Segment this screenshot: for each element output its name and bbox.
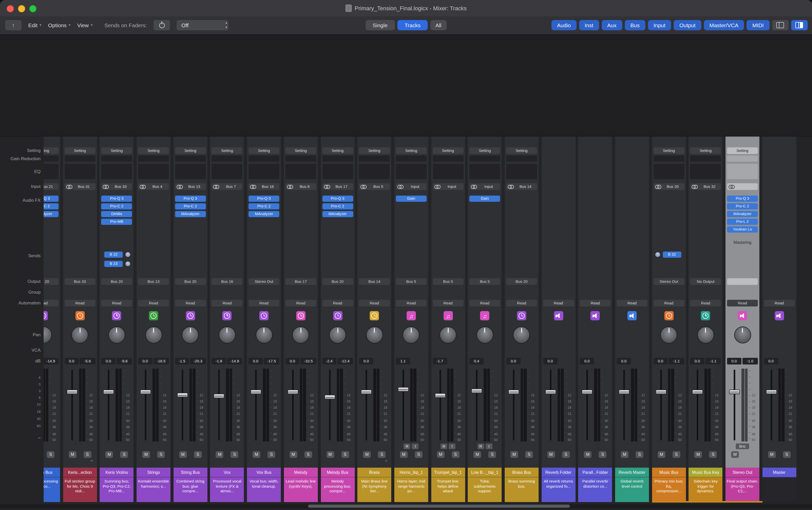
filter-midi[interactable]: MIDI [747,20,770,30]
automation-mode-button[interactable]: Read [102,300,132,306]
channel-setting-button[interactable]: Setting [212,147,242,154]
eq-display[interactable] [286,164,316,179]
volume-fader[interactable] [545,389,556,394]
track-description[interactable]: Lead melodic line (synth/ Keys). [284,477,318,502]
output-slot[interactable]: Bus 33 [64,278,95,285]
track-icon[interactable] [149,311,158,320]
menu-view[interactable]: View▾ [77,22,93,28]
output-slot[interactable]: Stereo Out [654,278,684,285]
mute-button[interactable]: M [216,451,224,458]
channel-setting-button[interactable]: Setting [175,147,206,154]
fader-value[interactable]: -2.4 [322,358,336,364]
horizontal-scrollbar[interactable] [0,504,812,508]
plugin-button[interactable]: MAnalyzer [322,211,353,217]
solo-button[interactable]: S [267,451,275,458]
automation-mode-button[interactable]: Read [138,300,169,306]
track-icon[interactable] [628,311,637,320]
peak-value[interactable]: -12.4 [337,358,353,364]
sends-on-faders-select[interactable]: Off ▴▾ [177,20,229,30]
input-slot[interactable]: Bus 5 [359,183,390,190]
automation-mode-button[interactable]: Read [764,300,795,306]
track-description[interactable]: Full section group for Ms. Chois 9 violi… [63,477,97,502]
eq-display[interactable] [249,164,279,179]
track-icon[interactable] [591,311,600,320]
track-icon[interactable] [407,311,416,320]
bounce-button[interactable]: Bnc [736,444,749,449]
plugin-button[interactable]: Pro-C 2 [322,203,353,209]
send-knob[interactable] [655,251,661,258]
filter-output[interactable]: Output [674,20,701,30]
solo-button[interactable]: S [599,451,607,458]
input-slot[interactable]: Bus 4 [138,183,169,190]
input-slot[interactable]: Bus 14 [506,183,537,190]
volume-fader[interactable] [177,393,188,397]
track-icon[interactable] [333,311,342,320]
channel-setting-button[interactable]: Setting [102,147,132,154]
pan-knob[interactable] [403,326,420,343]
track-description[interactable]: All reverb returns organized fo... [542,477,575,502]
mute-button[interactable]: M [731,451,739,458]
channel-setting-button[interactable]: Setting [396,147,427,154]
input-slot[interactable]: Bus 33 [102,183,132,190]
plugin-button[interactable]: Youlean Lo [727,227,758,233]
mute-button[interactable]: M [584,451,592,458]
track-description[interactable]: Parallel reverb/ distortion co... [578,477,612,502]
mute-button[interactable]: M [658,451,665,458]
view-mode-all[interactable]: All [430,20,446,30]
mute-button[interactable]: M [474,451,481,458]
fader-value[interactable]: 0.0 [543,358,557,364]
input-slot[interactable]: Input [469,183,500,190]
track-name[interactable]: Keris...ection [63,468,97,477]
mute-button[interactable]: M [768,451,776,458]
output-slot[interactable]: Bus 20 [175,278,206,285]
track-description[interactable]: Global reverb level control [615,477,649,502]
plugin-button[interactable]: Pro-L 2 [727,219,758,225]
channel-setting-button[interactable]: Setting [322,147,353,154]
mute-button[interactable]: M [68,451,76,458]
automation-mode-button[interactable]: Read [359,300,390,306]
fader-value[interactable]: 0.0 [138,358,152,364]
plugin-button[interactable]: MAnalyzer [727,211,758,217]
input-slot[interactable] [727,183,758,190]
sends-on-faders-power-button[interactable] [154,20,170,30]
filter-master-vca[interactable]: Master/VCA [704,20,744,30]
track-name[interactable]: Keris Violins [100,468,134,477]
solo-button[interactable]: S [120,451,128,458]
plugin-button[interactable]: Gain [396,196,427,202]
solo-button[interactable]: S [304,451,312,458]
automation-mode-button[interactable]: Read [249,300,279,306]
pan-knob[interactable] [476,326,493,343]
track-description[interactable]: Processed vocal texture (FX & atmos... [210,477,244,502]
track-description[interactable] [762,477,796,502]
volume-fader[interactable] [288,389,298,394]
eq-display[interactable] [322,164,353,179]
volume-fader[interactable] [324,395,335,400]
plugin-button[interactable]: Pro-Q 3 [249,196,279,202]
output-slot[interactable]: Bus 5 [396,278,427,285]
output-slot[interactable]: No Output [690,278,721,285]
volume-fader[interactable] [435,393,445,398]
input-slot[interactable]: Bus 20 [654,183,684,190]
send-slot[interactable]: B 23 [105,261,123,267]
single-pane-view-button[interactable] [772,20,788,30]
track-icon[interactable] [517,311,526,320]
pan-knob[interactable] [182,326,199,343]
track-icon[interactable] [480,311,490,320]
eq-display[interactable] [102,164,132,179]
send-knob[interactable] [125,261,131,267]
peak-value[interactable]: -1.1 [668,358,684,364]
dual-pane-view-button[interactable] [791,20,807,30]
track-description[interactable]: Primary mix bus; Eq, compression... [652,477,686,502]
input-slot[interactable]: Bus 13 [175,183,206,190]
volume-fader[interactable] [766,389,777,394]
fader-value[interactable]: 0.0 [690,358,704,364]
pan-knob[interactable] [71,326,88,343]
plugin-button[interactable]: Pro-Q 3 [727,196,758,202]
menu-options[interactable]: Options▾ [48,22,70,28]
channel-setting-button[interactable]: Setting [64,147,95,154]
peak-value[interactable]: -1.1 [705,358,721,364]
track-name[interactable]: String Bus [174,468,207,477]
track-description[interactable]: Brass summing bus; [505,477,539,502]
track-name[interactable]: Stereo Out [725,468,759,477]
plugin-button[interactable]: Pro-C 2 [102,203,132,209]
